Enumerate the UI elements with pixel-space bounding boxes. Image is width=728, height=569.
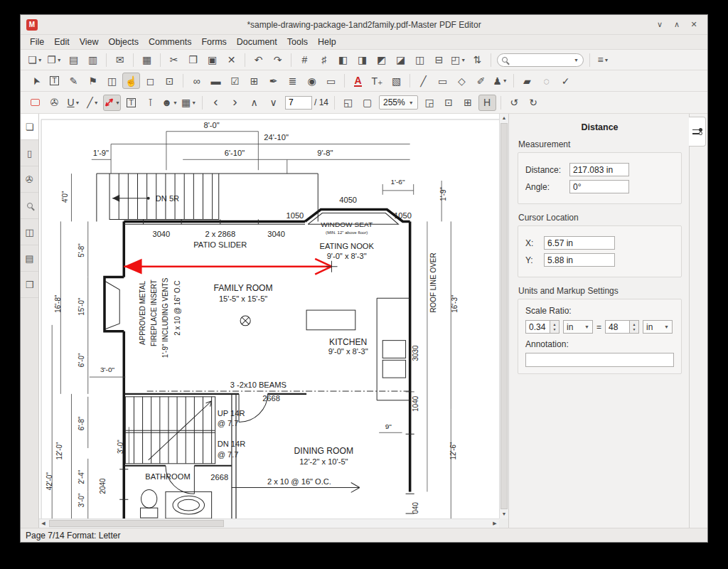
link-tool-button[interactable]: ∞	[188, 73, 205, 89]
annotation-field[interactable]	[525, 353, 674, 367]
save-document-button[interactable]: ▤	[65, 52, 82, 68]
menu-forms[interactable]: Forms	[196, 36, 231, 48]
attach-file-tool-button[interactable]: ✇	[46, 95, 63, 111]
previous-page-button[interactable]: ‹	[207, 95, 225, 111]
zoom-expand-button[interactable]: ◲	[421, 95, 439, 111]
distribute-vertically-button[interactable]: ⊟	[430, 52, 448, 68]
cursor-y-field[interactable]	[544, 253, 615, 267]
select-tool-button[interactable]: ➤	[26, 73, 44, 89]
scale-from-field[interactable]	[525, 320, 550, 334]
minimize-button[interactable]: ∨	[655, 20, 665, 29]
combobox-field-tool-button[interactable]: ⊞	[245, 73, 263, 89]
angle-value-field[interactable]	[569, 180, 629, 193]
select-area-tool-button[interactable]: ◻	[141, 73, 159, 89]
attachments-panel-button[interactable]: ✇	[21, 166, 38, 193]
document-page[interactable]: 8'-0"24'-10"1'-9"6'-10"9'-8"1'-6"1'-9"4'…	[39, 114, 499, 519]
line-annotation-tool-button[interactable]: ╱▼	[84, 95, 102, 111]
chevron-down-icon[interactable]: ▼	[94, 100, 99, 105]
maximize-button[interactable]: ∧	[672, 20, 682, 29]
align-right-button[interactable]: ◨	[353, 52, 371, 68]
align-left-button[interactable]: ◧	[334, 52, 352, 68]
copy-button[interactable]: ❒	[184, 52, 202, 68]
polygon-tool-button[interactable]: ◇	[453, 73, 471, 89]
scroll-right-icon[interactable]: ▶	[491, 519, 499, 528]
bookmarks-panel-button[interactable]: ▯	[21, 140, 38, 166]
scroll-down-icon[interactable]: ▼	[500, 510, 508, 519]
snap-to-grid-button[interactable]: ♯	[315, 52, 333, 68]
cursor-x-field[interactable]	[544, 236, 615, 250]
overflow-menu-button[interactable]: ≡▼	[594, 52, 612, 68]
snapshot-tool-button[interactable]: ⊡	[161, 73, 178, 89]
unit-from-select[interactable]: in ▼	[563, 320, 593, 334]
paste-button[interactable]: ▣	[203, 52, 221, 68]
chevron-down-icon[interactable]: ▼	[38, 58, 43, 63]
menu-objects[interactable]: Objects	[104, 36, 144, 48]
chevron-down-icon[interactable]: ▼	[191, 100, 196, 105]
listbox-field-tool-button[interactable]: ≣	[284, 73, 301, 89]
crop-page-tool-button[interactable]: ▢	[358, 95, 376, 111]
spell-check-tool-button[interactable]: ✓	[557, 73, 574, 89]
chevron-down-icon[interactable]: ▼	[574, 58, 579, 63]
show-grid-button[interactable]: #	[296, 52, 314, 68]
stepper-arrows-icon[interactable]: ▲▼	[629, 320, 639, 334]
underline-text-tool-button[interactable]: U▼	[65, 95, 82, 111]
vertical-scroll-thumb[interactable]	[500, 123, 508, 509]
text-box-tool-button[interactable]: T	[122, 95, 140, 111]
highlight-text-tool-button[interactable]: A	[349, 73, 367, 89]
arrange-order-button[interactable]: ⇅	[469, 52, 486, 68]
rotate-ccw-button[interactable]: ↺	[505, 95, 523, 111]
distance-measure-tool-button[interactable]: ▼	[103, 95, 121, 111]
align-bottom-button[interactable]: ◪	[392, 52, 410, 68]
close-button[interactable]: ✕	[689, 20, 699, 29]
chevron-down-icon[interactable]: ▼	[503, 78, 508, 83]
horizontal-scroll-thumb[interactable]	[49, 520, 224, 527]
line-tool-button[interactable]: ╱	[414, 73, 432, 89]
chevron-down-icon[interactable]: ▼	[115, 100, 120, 105]
chevron-down-icon[interactable]: ▼	[461, 58, 466, 63]
last-page-button[interactable]: ∨	[264, 95, 282, 111]
scale-to-field[interactable]	[605, 320, 629, 334]
button-field-tool-button[interactable]: ▬	[207, 73, 225, 89]
search-highlight-tool-button[interactable]: ◌	[537, 73, 555, 89]
eraser-tool-button[interactable]: ▰	[518, 73, 536, 89]
document-search-field[interactable]	[508, 55, 574, 64]
save-as-button[interactable]: ▥	[84, 52, 102, 68]
menu-document[interactable]: Document	[232, 36, 282, 48]
thumbnails-panel-button[interactable]: ❏	[21, 114, 38, 140]
hand-tool-button[interactable]: ☝	[122, 73, 140, 89]
fit-page-button[interactable]: ⊞	[459, 95, 477, 111]
horizontal-scrollbar[interactable]: ◀ ▶	[39, 519, 499, 528]
first-page-button[interactable]: ∧	[245, 95, 263, 111]
stamp-tool-button[interactable]: ♟▼	[491, 73, 509, 89]
distance-panel-tab[interactable]	[689, 117, 706, 147]
tile-windows-tool-button[interactable]: ▦▼	[180, 95, 198, 111]
delete-button[interactable]: ✕	[223, 52, 240, 68]
menu-help[interactable]: Help	[313, 36, 341, 48]
scale-to-stepper[interactable]: ▲▼	[605, 320, 639, 334]
add-text-tool-button[interactable]: T₊	[368, 73, 386, 89]
marker-tool-button[interactable]: ⚑	[84, 73, 102, 89]
distribute-horizontally-button[interactable]: ◫	[411, 52, 429, 68]
new-document-button[interactable]: ❏▼	[26, 52, 44, 68]
zoom-level-select[interactable]: 255%▼	[379, 95, 418, 110]
zoom-to-selection-button[interactable]: ◱	[339, 95, 357, 111]
chevron-down-icon[interactable]: ▼	[173, 100, 178, 105]
document-search-input[interactable]: ▼	[497, 53, 584, 67]
undo-button[interactable]: ↶	[250, 52, 267, 68]
unit-to-select[interactable]: in ▼	[643, 320, 673, 334]
page-number-input[interactable]	[285, 96, 312, 110]
scroll-up-icon[interactable]: ▲	[500, 114, 508, 122]
pencil-tool-button[interactable]: ✐	[472, 73, 490, 89]
scroll-left-icon[interactable]: ◀	[39, 519, 48, 528]
menu-file[interactable]: File	[25, 36, 49, 48]
redo-button[interactable]: ↷	[269, 52, 287, 68]
distance-measurement-annotation[interactable]	[124, 259, 331, 275]
chevron-down-icon[interactable]: ▼	[604, 58, 609, 63]
vertical-scrollbar[interactable]: ▲ ▼	[499, 114, 508, 519]
rectangle-tool-button[interactable]: ▭	[434, 73, 451, 89]
menu-tools[interactable]: Tools	[282, 36, 313, 48]
menu-comments[interactable]: Comments	[144, 36, 196, 48]
form-fields-panel-button[interactable]: ◫	[21, 219, 38, 245]
rotate-cw-button[interactable]: ↻	[525, 95, 542, 111]
scale-from-stepper[interactable]: ▲▼	[525, 320, 560, 334]
